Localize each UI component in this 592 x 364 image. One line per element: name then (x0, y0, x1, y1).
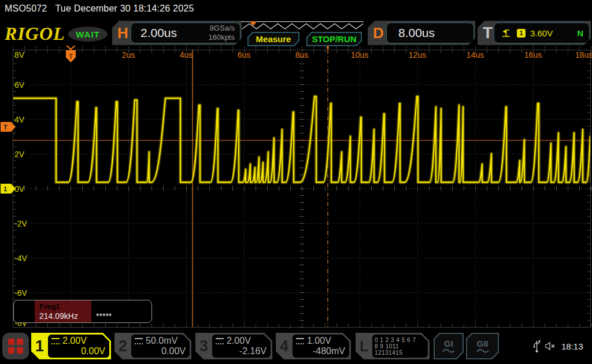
clock: 18:13 (561, 341, 583, 351)
dc-coupling-icon (51, 338, 60, 344)
time-label: 14us (467, 50, 484, 60)
trigger-source-badge: 1 (517, 29, 526, 38)
measurement-freq1[interactable]: Freq1 214.09kHz (35, 300, 91, 322)
stop-run-button-label: STOP/RUN (308, 33, 361, 45)
volt-label: -6V (14, 288, 27, 298)
channel-3-offset: -2.16V (216, 346, 267, 356)
d-label: D (373, 24, 384, 42)
t-label: T (483, 24, 493, 42)
volt-label: -4V (14, 254, 27, 263)
volt-label: 4V (14, 115, 24, 124)
volt-label: 2V (14, 150, 24, 159)
waveform-overview-bar[interactable] (241, 20, 366, 31)
channel-2-number: 2 (119, 337, 127, 355)
menu-grid-tile (8, 339, 14, 345)
dc-coupling-icon (296, 338, 304, 344)
channel-1-scale: 2.00V (62, 336, 87, 346)
volt-label: 0V (14, 184, 24, 194)
trigger-mode: N (577, 28, 583, 38)
sample-rate: 8GSa/s (208, 24, 235, 33)
delay-value-box: 8.00us (386, 23, 474, 43)
measure-button-label: Measure (249, 33, 298, 45)
channel-4-offset: -480mV (296, 346, 345, 356)
menu-grid-button[interactable] (2, 333, 29, 359)
measurement-width2[interactable]: -Width2 ***** (91, 300, 151, 322)
trigger-settings-button[interactable]: T 1 3.60V N (478, 21, 591, 45)
delay-settings-button[interactable]: D 8.00us (368, 21, 475, 45)
time-label: 4us (180, 50, 193, 60)
dc-coupling-icon (216, 338, 224, 344)
horizontal-value-box: 2.00us 8GSa/s 160kpts (131, 23, 240, 43)
channel-3-scale: 2.00V (227, 336, 251, 346)
channel-2-offset: 0.00V (135, 346, 186, 356)
channel-4-number: 4 (280, 337, 288, 355)
volt-label: 6V (14, 80, 24, 90)
time-label: 8us (295, 50, 309, 60)
volt-label: -2V (14, 219, 27, 228)
titlebar: MSO5072Tue December 30 18:14:26 2025 (5, 3, 194, 14)
generator-2-label: GII (476, 339, 488, 348)
time-label: 2us (122, 50, 135, 60)
logic-row-1: 0 1 2 3 4 5 6 7 (375, 337, 424, 343)
generator-1-button[interactable]: GI (434, 333, 464, 359)
graticule-area: 2us4us6us8us10us12us14us16us18us8V6V4V2V… (13, 45, 592, 332)
channel-4-scale: 1.00V (307, 336, 331, 346)
waveform-display (13, 45, 592, 332)
timebase-scale: 2.00us (140, 26, 177, 40)
channel-1-number: 1 (35, 337, 44, 355)
delay-value: 8.00us (398, 26, 435, 40)
measurement-freq1-value: 214.09kHz (39, 311, 87, 321)
measurement-width2-value: ***** (96, 311, 147, 321)
stop-run-button[interactable]: STOP/RUN (306, 32, 362, 46)
menu-grid-tile (8, 347, 14, 354)
sine-wave-icon (476, 348, 489, 354)
channel-4-box[interactable]: 4 1.00V -480mV (276, 333, 351, 359)
time-label: 10us (351, 50, 368, 60)
logic-row-2: 8 9 1011 12131415 (375, 343, 424, 356)
logic-label: L (360, 338, 368, 355)
channel-2-box[interactable]: 2 50.0mV 0.00V (114, 333, 191, 359)
time-label: 12us (409, 50, 426, 60)
acquisition-status-badge: WAIT (68, 27, 108, 42)
menu-grid-tile (17, 339, 23, 345)
usb-icon (533, 339, 541, 353)
generator-1-label: GI (444, 339, 453, 348)
speaker-muted-icon (545, 341, 557, 351)
measurement-width2-label: -Width2 (96, 302, 147, 311)
measure-button[interactable]: Measure (247, 32, 299, 46)
channel-2-scale: 50.0mV (146, 336, 177, 346)
memory-depth: 160kpts (208, 33, 235, 42)
horizontal-settings-button[interactable]: H 2.00us 8GSa/s 160kpts (112, 21, 242, 45)
channel-3-number: 3 (199, 337, 208, 355)
trigger-level-value: 3.60V (530, 28, 553, 38)
measurement-freq1-label: Freq1 (39, 302, 87, 311)
dc-coupling-icon (135, 338, 143, 344)
oscilloscope-screen: MSO5072Tue December 30 18:14:26 2025 RIG… (0, 0, 592, 364)
falling-edge-icon (501, 28, 511, 38)
rigol-logo: RIGOL (5, 23, 65, 44)
datetime: Tue December 30 18:14:26 2025 (55, 3, 194, 13)
time-label: 18us (575, 50, 592, 60)
channel-1-box[interactable]: 1 2.00V 0.00V (31, 333, 111, 359)
channel-1-offset: 0.00V (51, 346, 105, 356)
h-label: H (117, 24, 128, 42)
time-label: 16us (524, 50, 542, 60)
volt-label: 8V (14, 50, 24, 60)
generator-2-button[interactable]: GII (466, 333, 499, 359)
menu-grid-tile (17, 347, 23, 354)
sample-rate-memory: 8GSa/s 160kpts (208, 24, 235, 42)
model-name: MSO5072 (5, 3, 47, 13)
measurement-panel[interactable]: Freq1 214.09kHz -Width2 ***** (13, 300, 152, 323)
sine-wave-icon (442, 348, 455, 354)
time-label: 6us (238, 50, 251, 60)
channel-3-box[interactable]: 3 2.00V -2.16V (195, 333, 272, 359)
logic-channels-box[interactable]: L 0 1 2 3 4 5 6 7 8 9 1011 12131415 (356, 333, 430, 359)
trigger-value-box: 1 3.60V N (494, 23, 590, 43)
